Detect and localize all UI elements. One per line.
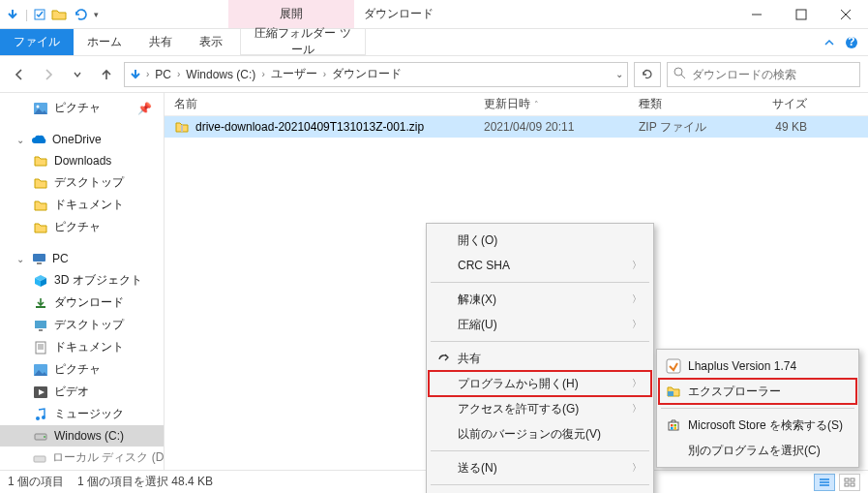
menu-restore-versions[interactable]: 以前のバージョンの復元(V) [429, 421, 651, 447]
menu-give-access[interactable]: アクセスを許可する(G)〉 [429, 396, 651, 421]
folder-icon [33, 175, 48, 191]
sidebar-item-od-documents[interactable]: ドキュメント [0, 194, 164, 216]
maximize-button[interactable] [779, 0, 823, 28]
sidebar-item-pictures[interactable]: ピクチャ [0, 358, 164, 381]
refresh-button[interactable] [634, 62, 661, 87]
sidebar-item-label: ダウンロード [54, 294, 124, 311]
expand-icon[interactable]: ⌄ [15, 135, 25, 145]
address-bar[interactable]: › PC › Windows (C:) › ユーザー › ダウンロード ⌄ [124, 62, 628, 87]
tab-home[interactable]: ホーム [74, 29, 135, 55]
main-area: ピクチャ 📌 ⌄ OneDrive Downloads デスクトップ ドキュメン… [0, 93, 868, 470]
svg-rect-29 [851, 478, 854, 481]
sidebar-item-od-desktop[interactable]: デスクトップ [0, 171, 164, 194]
nav-up-button[interactable] [95, 63, 118, 86]
crumb-downloads[interactable]: ダウンロード [330, 66, 404, 82]
zip-file-icon [174, 119, 190, 135]
svg-rect-11 [39, 329, 43, 331]
drive-icon [33, 450, 46, 466]
submenu-search-store[interactable]: Microsoft Store を検索する(S) [659, 413, 856, 438]
tab-file[interactable]: ファイル [0, 29, 74, 55]
svg-point-18 [44, 436, 45, 438]
sidebar-item-music[interactable]: ミュージック [0, 403, 164, 425]
sidebar-item-quick-pictures[interactable]: ピクチャ 📌 [0, 97, 164, 119]
sidebar-item-windows-c[interactable]: Windows (C:) [0, 425, 164, 447]
chevron-right-icon[interactable]: › [261, 69, 264, 79]
svg-point-6 [37, 105, 40, 108]
menu-crc-sha[interactable]: CRC SHA〉 [429, 253, 651, 278]
submenu-explorer[interactable]: エクスプローラー [659, 379, 856, 404]
down-arrow-icon[interactable] [129, 68, 142, 81]
sidebar-item-videos[interactable]: ビデオ [0, 381, 164, 403]
file-date: 2021/04/09 20:11 [484, 120, 639, 134]
sidebar-item-od-pictures[interactable]: ピクチャ [0, 216, 164, 238]
menu-share[interactable]: 共有 [429, 346, 651, 371]
chevron-right-icon[interactable]: › [146, 69, 149, 79]
expand-icon[interactable]: ⌄ [15, 254, 25, 264]
view-details-button[interactable] [814, 474, 835, 491]
sidebar-item-label: ピクチャ [54, 361, 101, 378]
contextual-tab-extract[interactable]: 展開 [228, 0, 354, 28]
qat-dropdown-icon[interactable]: ▾ [94, 10, 99, 19]
svg-rect-23 [669, 422, 678, 430]
submenu-choose-program[interactable]: 別のプログラムを選択(C) [659, 438, 856, 463]
sidebar-item-pc[interactable]: ⌄ PC [0, 248, 164, 269]
crumb-users[interactable]: ユーザー [269, 66, 319, 82]
sidebar-item-label: PC [52, 252, 69, 265]
svg-rect-31 [851, 483, 854, 486]
sidebar-item-documents[interactable]: ドキュメント [0, 336, 164, 358]
menu-open[interactable]: 開く(O) [429, 228, 651, 253]
status-selected: 1 個の項目を選択 48.4 KB [77, 474, 213, 490]
search-box[interactable] [667, 62, 860, 87]
chevron-right-icon[interactable]: › [323, 69, 326, 79]
svg-point-4 [674, 68, 682, 76]
svg-rect-26 [671, 427, 673, 430]
menu-compress[interactable]: 圧縮(U)〉 [429, 312, 651, 337]
table-row[interactable]: drive-download-20210409T131013Z-001.zip … [165, 116, 868, 138]
title-bar: | ▾ 展開 ダウンロード [0, 0, 868, 29]
submenu-arrow-icon: 〉 [632, 402, 642, 416]
menu-send-to[interactable]: 送る(N)〉 [429, 455, 651, 480]
nav-back-button[interactable] [8, 63, 31, 86]
sidebar-item-od-downloads[interactable]: Downloads [0, 150, 164, 171]
sidebar-item-onedrive[interactable]: ⌄ OneDrive [0, 129, 164, 150]
tab-compressed-tools[interactable]: 圧縮フォルダー ツール [240, 29, 366, 55]
file-size: 49 KB [735, 120, 823, 134]
svg-rect-9 [36, 306, 45, 308]
view-icons-button[interactable] [839, 474, 860, 491]
chevron-right-icon[interactable]: › [177, 69, 180, 79]
nav-forward-button[interactable] [37, 63, 60, 86]
crumb-drive[interactable]: Windows (C:) [184, 68, 257, 81]
sidebar-item-3d[interactable]: 3D オブジェクト [0, 269, 164, 292]
quick-access-toolbar: | ▾ [0, 0, 105, 28]
col-header-date[interactable]: 更新日時˄ [484, 96, 639, 112]
col-header-name[interactable]: 名前 [165, 96, 484, 112]
menu-cut[interactable]: 切り取り(T) [429, 489, 651, 493]
folder-icon[interactable] [51, 8, 67, 21]
submenu-arrow-icon: 〉 [632, 318, 642, 331]
sidebar-nav: ピクチャ 📌 ⌄ OneDrive Downloads デスクトップ ドキュメン… [0, 93, 165, 470]
sidebar-item-downloads[interactable]: ダウンロード [0, 292, 164, 314]
col-header-type[interactable]: 種類 [639, 96, 735, 112]
tab-view[interactable]: 表示 [186, 29, 236, 55]
crumb-pc[interactable]: PC [153, 68, 173, 81]
col-header-size[interactable]: サイズ [735, 96, 823, 112]
tab-share[interactable]: 共有 [135, 29, 186, 55]
submenu-arrow-icon: 〉 [632, 461, 642, 475]
help-icon[interactable]: ? [845, 36, 858, 49]
menu-open-with[interactable]: プログラムから開く(H)〉 [429, 371, 651, 396]
close-button[interactable] [823, 0, 868, 28]
submenu-lhaplus[interactable]: Lhaplus Version 1.74 [659, 354, 856, 379]
sidebar-item-local-disk[interactable]: ローカル ディスク (D:) [0, 447, 164, 469]
nav-history-dropdown[interactable] [66, 63, 89, 86]
search-input[interactable] [692, 68, 853, 81]
address-dropdown-icon[interactable]: ⌄ [615, 69, 623, 79]
checkbox-icon[interactable] [34, 9, 45, 20]
documents-icon [33, 340, 48, 355]
menu-extract[interactable]: 解凍(X)〉 [429, 287, 651, 312]
sidebar-item-desktop[interactable]: デスクトップ [0, 314, 164, 336]
file-name: drive-download-20210409T131013Z-001.zip [195, 120, 424, 134]
ribbon-collapse-icon[interactable] [823, 37, 835, 48]
down-arrow-icon[interactable] [6, 8, 19, 21]
minimize-button[interactable] [734, 0, 779, 28]
undo-icon[interactable] [73, 8, 88, 21]
